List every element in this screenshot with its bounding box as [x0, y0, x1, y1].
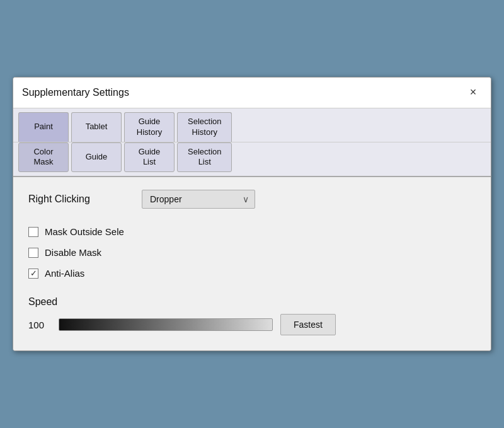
title-bar: Supplementary Settings × [13, 78, 491, 108]
speed-section: Speed 100 Fastest [28, 296, 476, 335]
tab-guide-history[interactable]: GuideHistory [124, 112, 175, 142]
right-clicking-dropdown[interactable]: Dropper None Color Pick Erase [142, 190, 255, 209]
tab-guide[interactable]: Guide [71, 142, 122, 173]
dialog-title: Supplementary Settings [22, 87, 129, 98]
right-clicking-label: Right Clicking [28, 194, 129, 205]
speed-label: Speed [28, 296, 476, 308]
tab-row-2: ColorMask Guide GuideList SelectionList [13, 142, 491, 178]
checkbox-row-disable-mask: Disable Mask [28, 247, 476, 258]
checkboxes-section: Mask Outside Sele Disable Mask Anti-Alia… [28, 226, 476, 279]
speed-row: 100 Fastest [28, 314, 476, 335]
speed-slider[interactable] [59, 318, 273, 331]
tab-tablet[interactable]: Tablet [71, 112, 122, 142]
right-clicking-section: Right Clicking Dropper None Color Pick E… [28, 190, 476, 209]
checkbox-anti-alias-label: Anti-Alias [45, 268, 84, 279]
checkbox-mask-outside[interactable] [28, 227, 38, 237]
dialog-content: Right Clicking Dropper None Color Pick E… [13, 177, 491, 350]
tab-selection-history[interactable]: SelectionHistory [177, 112, 232, 142]
tab-row-1: Paint Tablet GuideHistory SelectionHisto… [13, 108, 491, 142]
checkbox-disable-mask[interactable] [28, 248, 38, 258]
tab-guide-list[interactable]: GuideList [124, 142, 175, 173]
speed-value: 100 [28, 320, 51, 330]
tab-color-mask[interactable]: ColorMask [18, 142, 69, 173]
checkbox-disable-mask-label: Disable Mask [45, 247, 101, 258]
checkbox-row-anti-alias: Anti-Alias [28, 268, 476, 279]
tab-paint[interactable]: Paint [18, 112, 69, 142]
dropdown-wrapper: Dropper None Color Pick Erase ∨ [142, 190, 255, 209]
close-button[interactable]: × [464, 84, 482, 101]
fastest-button[interactable]: Fastest [280, 314, 336, 335]
tab-selection-list[interactable]: SelectionList [177, 142, 232, 173]
checkbox-anti-alias[interactable] [28, 269, 38, 279]
checkbox-row-mask-outside: Mask Outside Sele [28, 226, 476, 237]
checkbox-mask-outside-label: Mask Outside Sele [45, 226, 124, 237]
